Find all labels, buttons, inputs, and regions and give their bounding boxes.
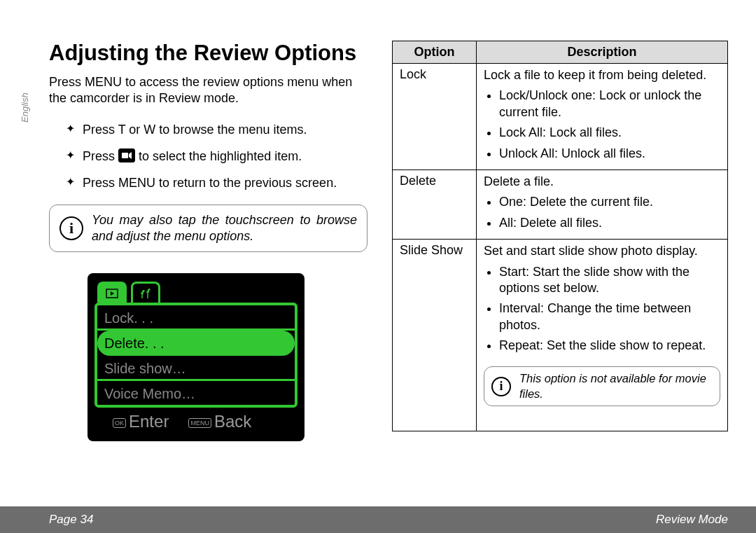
th-option: Option <box>393 41 477 64</box>
table-row: Lock Lock a file to keep it from being d… <box>393 64 728 170</box>
menu-item-delete-selected: Delete. . . <box>97 331 295 356</box>
th-description: Description <box>477 41 728 64</box>
page-number: Page 34 <box>49 513 93 527</box>
intro-text: Press MENU to access the review options … <box>49 74 368 107</box>
tab-playback-icon <box>97 282 127 303</box>
opt-lock: Lock <box>393 64 477 170</box>
opt-slideshow: Slide Show <box>393 240 477 431</box>
table-row: Slide Show Set and start slide show phot… <box>393 240 728 431</box>
menu-back-label: MENUBack <box>188 412 251 431</box>
menu-item-lock: Lock. . . <box>97 305 295 331</box>
page-footer: Page 34 Review Mode <box>0 506 756 533</box>
note-box: i This option is not available for movie… <box>484 366 720 406</box>
menu-item-slideshow: Slide show… <box>97 356 295 381</box>
record-button-icon <box>118 148 135 162</box>
page-title: Adjusting the Review Options <box>49 41 368 66</box>
tab-settings-icon <box>131 282 160 303</box>
section-name: Review Mode <box>656 513 728 527</box>
ok-enter-label: OKEnter <box>113 412 169 431</box>
instruction-1: Press T or W to browse the menu items. <box>66 121 368 138</box>
instruction-2: Press to select the highlighted item. <box>66 148 368 165</box>
camera-screenshot: Lock. . . Delete. . . Slide show… Voice … <box>88 273 304 441</box>
tip-box: i You may also tap the touchscreen to br… <box>49 205 368 253</box>
svg-rect-0 <box>122 153 128 158</box>
language-tab: English <box>20 92 30 123</box>
opt-delete: Delete <box>393 169 477 239</box>
menu-item-voicememo: Voice Memo… <box>97 381 295 406</box>
table-row: Delete Delete a file. One: Delete the cu… <box>393 169 728 239</box>
info-icon: i <box>59 216 83 240</box>
options-table: Option Description Lock Lock a file to k… <box>392 41 728 431</box>
instruction-3: Press MENU to return to the previous scr… <box>66 174 368 191</box>
instruction-list: Press T or W to browse the menu items. P… <box>66 121 368 192</box>
info-icon: i <box>491 377 511 396</box>
tip-text: You may also tap the touchscreen to brow… <box>92 212 357 245</box>
